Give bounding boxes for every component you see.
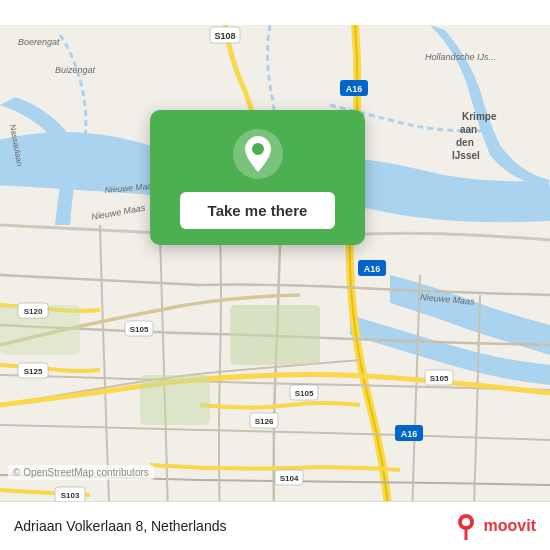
svg-text:A16: A16 (346, 84, 363, 94)
svg-rect-1 (230, 305, 320, 365)
moovit-icon (452, 512, 480, 540)
svg-text:S105: S105 (130, 325, 149, 334)
svg-text:S125: S125 (24, 367, 43, 376)
moovit-brand-name: moovit (484, 517, 536, 535)
svg-text:S104: S104 (280, 474, 299, 483)
bottom-bar: Adriaan Volkerlaan 8, Netherlands moovit (0, 501, 550, 550)
svg-text:S120: S120 (24, 307, 43, 316)
svg-text:den: den (456, 137, 474, 148)
take-me-there-button[interactable]: Take me there (180, 192, 336, 229)
svg-point-40 (252, 143, 264, 155)
svg-text:S126: S126 (255, 417, 274, 426)
location-pin-icon (232, 128, 284, 180)
popup-card: Take me there (150, 110, 365, 245)
svg-text:A16: A16 (401, 429, 418, 439)
svg-text:IJssel: IJssel (452, 150, 480, 161)
svg-text:Krimpe: Krimpe (462, 111, 497, 122)
svg-text:S105: S105 (295, 389, 314, 398)
svg-text:Hollandsche IJs...: Hollandsche IJs... (425, 52, 496, 62)
address-label: Adriaan Volkerlaan 8, Netherlands (14, 518, 226, 534)
svg-text:S105: S105 (430, 374, 449, 383)
svg-text:Buizengat: Buizengat (55, 65, 96, 75)
moovit-logo: moovit (452, 512, 536, 540)
svg-text:S103: S103 (61, 491, 80, 500)
svg-text:Boerengat: Boerengat (18, 37, 60, 47)
svg-text:aan: aan (460, 124, 477, 135)
map-container: S108 A16 A16 A16 S105 S105 S105 S126 S10… (0, 0, 550, 550)
copyright-text: © OpenStreetMap contributors (8, 465, 154, 480)
svg-rect-2 (140, 375, 210, 425)
svg-text:S108: S108 (214, 31, 235, 41)
svg-point-42 (462, 518, 470, 526)
svg-text:A16: A16 (364, 264, 381, 274)
